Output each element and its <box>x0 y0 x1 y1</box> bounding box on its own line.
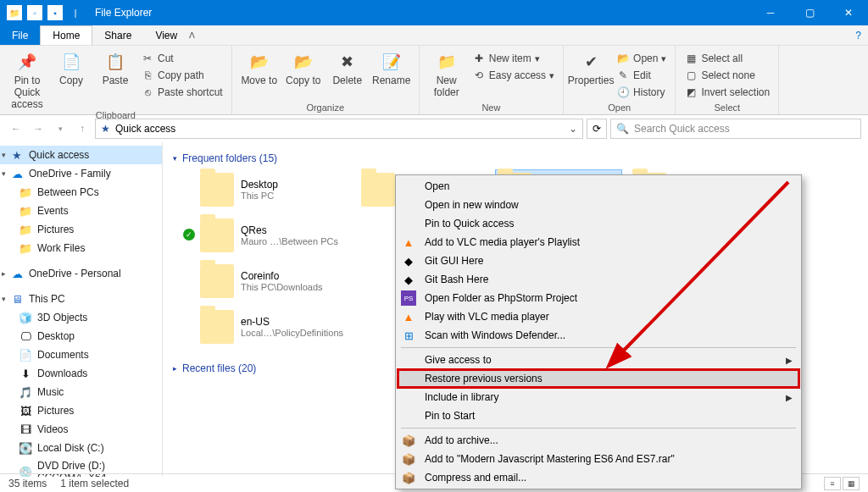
select-none-button[interactable]: ▢Select none <box>682 68 771 83</box>
recent-dropdown[interactable]: ▾ <box>51 119 70 138</box>
edit-button[interactable]: ✎Edit <box>615 68 668 83</box>
folder-icon[interactable]: 📁 <box>7 5 22 20</box>
minimize-button[interactable]: ─ <box>751 0 790 25</box>
sidebar-item-music[interactable]: 🎵Music <box>0 383 162 401</box>
up-button[interactable]: ↑ <box>73 119 92 138</box>
quickaccess-star-icon: ★ <box>101 123 110 135</box>
frequent-folders-section[interactable]: ▾Frequent folders (15) <box>173 152 858 164</box>
ctx-pin-start[interactable]: Pin to Start <box>398 406 799 425</box>
sidebar-item-documents[interactable]: 📄Documents <box>0 346 162 364</box>
history-button[interactable]: 🕘History <box>615 85 668 100</box>
ctx-git-bash[interactable]: ◆Git Bash Here <box>398 270 799 289</box>
ctx-vlc-play[interactable]: ▲Play with VLC media player <box>398 307 799 326</box>
qat-icon[interactable]: ▫ <box>27 5 42 20</box>
collapse-ribbon-icon[interactable]: ᐱ <box>189 30 195 40</box>
ctx-vlc-playlist[interactable]: ▲Add to VLC media player's Playlist <box>398 233 799 252</box>
share-tab[interactable]: Share <box>92 25 143 45</box>
forward-button[interactable]: → <box>29 119 47 138</box>
ctx-defender[interactable]: ⊞Scan with Windows Defender... <box>398 326 799 345</box>
sidebar-item-between[interactable]: 📁Between PCs <box>0 183 162 202</box>
folder-icon: 📁 <box>19 185 32 199</box>
star-icon: ★ <box>10 148 24 162</box>
sidebar-onedrive-family[interactable]: ▾☁OneDrive - Family <box>0 164 162 183</box>
search-input[interactable] <box>634 123 855 135</box>
sidebar-item-3d[interactable]: 🧊3D Objects <box>0 308 162 327</box>
ctx-add-archive[interactable]: 📦Add to archive... <box>398 431 799 450</box>
sidebar-this-pc[interactable]: ▾🖥This PC <box>0 290 162 308</box>
view-tab[interactable]: View <box>143 25 189 45</box>
titlebar: 📁 ▫ ▪ | File Explorer ─ ▢ ✕ <box>0 0 868 25</box>
context-menu: Open Open in new window Pin to Quick acc… <box>395 174 802 489</box>
icons-view-button[interactable]: ▦ <box>843 477 860 490</box>
doc-icon[interactable]: ▪ <box>47 5 63 20</box>
cube-icon: 🧊 <box>19 311 32 324</box>
easy-access-button[interactable]: ⟲Easy access ▾ <box>470 68 556 83</box>
folder-desktop[interactable]: DesktopThis PC <box>198 169 351 210</box>
maximize-button[interactable]: ▢ <box>790 0 829 25</box>
open-button[interactable]: 📂Open ▾ <box>615 51 668 66</box>
sidebar-item-downloads[interactable]: ⬇Downloads <box>0 364 162 383</box>
sidebar-item-desktop[interactable]: 🖵Desktop <box>0 327 162 346</box>
delete-button[interactable]: ✖Delete <box>327 47 368 86</box>
phpstorm-icon: PS <box>401 290 416 306</box>
ctx-include-library[interactable]: Include in library▶ <box>398 388 799 406</box>
sidebar-item-videos[interactable]: 🎞Videos <box>0 420 162 439</box>
scissors-icon: ✂ <box>141 52 154 65</box>
ctx-phpstorm[interactable]: PSOpen Folder as PhpStorm Project <box>398 289 799 307</box>
folder-coreinfo[interactable]: CoreinfoThis PC\Downloads <box>198 261 351 301</box>
copy-to-button[interactable]: 📂Copy to <box>283 47 324 86</box>
breadcrumb[interactable]: Quick access <box>115 123 175 135</box>
ctx-add-rar[interactable]: 📦Add to "Modern Javascript Mastering ES6… <box>398 450 799 468</box>
vlc-icon: ▲ <box>401 235 416 250</box>
sidebar-item-pictures2[interactable]: 🖼Pictures <box>0 401 162 420</box>
separator <box>401 428 796 428</box>
move-to-button[interactable]: 📂Move to <box>239 47 280 86</box>
help-icon[interactable]: ? <box>855 30 861 41</box>
search-icon: 🔍 <box>616 123 629 135</box>
sidebar-item-pictures[interactable]: 📁Pictures <box>0 220 162 239</box>
sidebar-item-localc[interactable]: 💽Local Disk (C:) <box>0 439 162 457</box>
select-all-button[interactable]: ▦Select all <box>682 51 771 66</box>
folder-qres[interactable]: ✓ QResMauro …\Between PCs <box>198 215 351 256</box>
close-button[interactable]: ✕ <box>829 0 868 25</box>
sidebar-onedrive-personal[interactable]: ▸☁OneDrive - Personal <box>0 264 162 283</box>
copy-path-button[interactable]: ⎘Copy path <box>139 68 225 83</box>
rename-button[interactable]: 📝Rename <box>371 47 412 86</box>
copy-button[interactable]: 📄Copy <box>51 47 92 86</box>
folder-icon: 📁 <box>19 223 32 236</box>
ctx-compress-email[interactable]: 📦Compress and email... <box>398 468 799 487</box>
home-tab[interactable]: Home <box>40 25 92 45</box>
invert-selection-button[interactable]: ◩Invert selection <box>682 85 771 100</box>
open-icon: 📂 <box>616 52 630 65</box>
new-folder-button[interactable]: 📁New folder <box>426 47 467 98</box>
paste-shortcut-button[interactable]: ⎋Paste shortcut <box>139 85 225 100</box>
ctx-give-access[interactable]: Give access to▶ <box>398 351 799 369</box>
new-item-button[interactable]: ✚New item ▾ <box>470 51 556 66</box>
sidebar: ▾★Quick access ▾☁OneDrive - Family 📁Betw… <box>0 142 163 477</box>
ctx-git-gui[interactable]: ◆Git GUI Here <box>398 252 799 270</box>
file-tab[interactable]: File <box>0 25 40 45</box>
back-button[interactable]: ← <box>7 119 25 138</box>
cut-button[interactable]: ✂Cut <box>139 51 225 66</box>
breadcrumb-dropdown-icon[interactable]: ⌄ <box>569 123 577 135</box>
newitem-icon: ✚ <box>472 52 486 65</box>
properties-button[interactable]: ✔Properties <box>570 47 611 86</box>
paste-button[interactable]: 📋Paste <box>95 47 136 86</box>
search-box[interactable]: 🔍 <box>610 119 861 139</box>
folder-icon: 📁 <box>19 241 32 255</box>
sidebar-quick-access[interactable]: ▾★Quick access <box>0 146 162 164</box>
details-view-button[interactable]: ≡ <box>824 477 841 490</box>
folder-enus[interactable]: en-USLocal…\PolicyDefinitions <box>198 307 351 347</box>
properties-icon: ✔ <box>580 51 602 73</box>
sidebar-item-events[interactable]: 📁Events <box>0 202 162 220</box>
refresh-button[interactable]: ⟳ <box>587 119 607 139</box>
pin-quick-button[interactable]: 📌Pin to Quick access <box>7 47 47 110</box>
sidebar-item-workfiles[interactable]: 📁Work Files <box>0 239 162 257</box>
folder-icon <box>200 173 234 207</box>
ctx-open[interactable]: Open <box>398 177 799 196</box>
ctx-restore-previous[interactable]: Restore previous versions <box>398 369 799 388</box>
copyto-icon: 📂 <box>292 51 314 73</box>
ctx-open-new-window[interactable]: Open in new window <box>398 196 799 214</box>
ctx-pin-quick[interactable]: Pin to Quick access <box>398 214 799 233</box>
address-bar[interactable]: ★ Quick access ⌄ <box>95 119 583 139</box>
